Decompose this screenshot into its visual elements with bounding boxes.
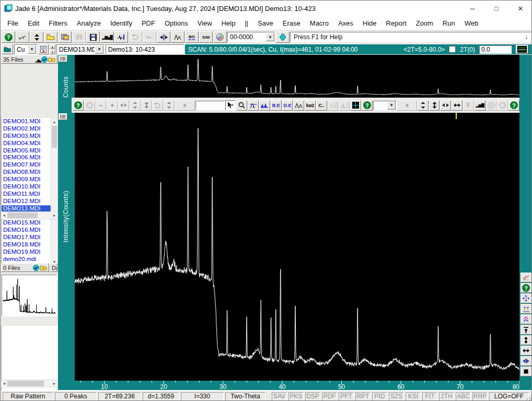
mode-flag-pid[interactable]: PID: [372, 392, 387, 401]
scroll-left-icon[interactable]: ◄: [1, 380, 7, 387]
close-button[interactable]: ✕: [508, 1, 532, 16]
file-item-demo04-mdi[interactable]: DEMO04.MDI: [2, 140, 51, 147]
help-button[interactable]: ?: [521, 283, 532, 293]
expand-horizontal-button[interactable]: [521, 346, 532, 356]
full-range-button[interactable]: [521, 367, 532, 376]
file-item-demo07-mdi[interactable]: DEMO07.MDI: [2, 161, 51, 169]
fit-background-button[interactable]: BG: [185, 31, 199, 43]
display-sticks-button[interactable]: ▂▅▇: [475, 100, 485, 111]
pattern-view-button[interactable]: ▂▆▄█: [100, 31, 114, 43]
split-horizontal-button[interactable]: [521, 356, 532, 366]
zoom-count-button[interactable]: 0: [175, 100, 195, 111]
mode-flag-pft[interactable]: PFT: [339, 392, 354, 401]
stretch-vertical-button[interactable]: [130, 100, 141, 111]
minimize-button[interactable]: ─: [460, 1, 484, 16]
menu-axes[interactable]: Axes: [333, 17, 358, 29]
profile-fit-button[interactable]: [259, 100, 270, 111]
mode-flag-dsp[interactable]: DSP: [305, 392, 320, 401]
current-file-combo[interactable]: DEMO13.MDI ▼: [56, 44, 105, 55]
mode-flag-pdf[interactable]: PDF: [322, 392, 337, 401]
file-folder-button[interactable]: [2, 44, 13, 54]
rescale-vertical-button[interactable]: [164, 100, 175, 111]
maximize-button[interactable]: □: [484, 1, 508, 16]
mode-flag-ksi[interactable]: KSI: [406, 392, 421, 401]
spinner-down-icon[interactable]: ▼: [50, 50, 55, 54]
smooth-data-button[interactable]: [114, 31, 128, 43]
report-button[interactable]: A: [38, 44, 49, 54]
menu-options[interactable]: Options: [160, 17, 193, 29]
zoom-out-button[interactable]: −: [96, 100, 107, 111]
menu-help[interactable]: Help: [217, 17, 240, 29]
pan-view-button[interactable]: [521, 293, 532, 303]
strip-kalpha2-button[interactable]: kα2: [305, 100, 316, 111]
overlay-pdf-button[interactable]: [486, 100, 497, 111]
file-list-header[interactable]: 35 Files ▂▆▄: [1, 55, 57, 64]
file-item-demo16-mdi[interactable]: DEMO16.MDI: [2, 227, 51, 234]
file-item-demo03-mdi[interactable]: DEMO03.MDI: [2, 133, 51, 140]
check-icon[interactable]: [33, 265, 39, 271]
chevron-down-icon[interactable]: ▼: [266, 33, 274, 41]
scale-overlay-v-button[interactable]: [429, 100, 440, 111]
overlay-list-header[interactable]: 0 Files: [1, 263, 49, 272]
offset-overlay-v-button[interactable]: [418, 100, 429, 111]
mode-flag-pks[interactable]: PKS: [288, 392, 304, 401]
chevron-down-icon[interactable]: ▼: [95, 45, 103, 54]
mode-flag-fit[interactable]: FIT: [422, 392, 437, 401]
scroll-left-icon[interactable]: ◄: [1, 212, 7, 219]
mode-flag-rpt[interactable]: RPT: [355, 392, 371, 401]
peak-scale-button[interactable]: [328, 100, 339, 111]
open-file-button[interactable]: [44, 31, 57, 43]
pattern-thumbnail[interactable]: [2, 275, 57, 316]
menu-analyze[interactable]: Analyze: [72, 17, 106, 29]
stack-overlays-button[interactable]: [521, 314, 532, 324]
histogram-icon[interactable]: ▂▆▄: [36, 56, 41, 63]
spinner-up-icon[interactable]: ▲: [50, 44, 55, 49]
file-item-demo01-mdi[interactable]: DEMO01.MDI: [2, 118, 51, 125]
overview-chart[interactable]: [75, 55, 519, 98]
scrollbar-thumb[interactable]: [7, 213, 38, 218]
file-list-vscrollbar[interactable]: ▲ ▼: [51, 118, 58, 266]
print-button[interactable]: [72, 31, 86, 43]
scrollbar-thumb[interactable]: [7, 381, 44, 386]
offset-overlay-h-button[interactable]: [440, 100, 451, 111]
magnifier-mode-button[interactable]: [236, 100, 247, 111]
file-item-demo09-mdi[interactable]: DEMO09.MDI: [2, 176, 51, 183]
folder-icon[interactable]: [48, 57, 55, 62]
stick-scale-button[interactable]: [339, 100, 350, 111]
raw-trace-button[interactable]: [143, 31, 156, 43]
menu-view[interactable]: View: [193, 17, 217, 29]
menu-file[interactable]: File: [3, 17, 23, 29]
overlay-count-button[interactable]: 0: [397, 100, 417, 111]
scroll-right-icon[interactable]: ►: [51, 212, 57, 219]
file-list-hscrollbar[interactable]: ◄ ►: [1, 211, 58, 219]
stretch-horizontal-button[interactable]: [118, 100, 129, 111]
scroll-up-icon[interactable]: ▲: [51, 119, 57, 125]
log-toggle[interactable]: LOG=OFF: [489, 392, 529, 401]
display-settings-button[interactable]: [516, 45, 528, 54]
help-3-button[interactable]: ?: [508, 100, 519, 111]
pdf-database-button[interactable]: [213, 31, 227, 43]
menu-save[interactable]: Save: [253, 17, 278, 29]
menu-identify[interactable]: Identify: [106, 17, 137, 29]
peak-editor-button[interactable]: [293, 100, 304, 111]
sort-files-button[interactable]: [30, 31, 43, 43]
panel-handle-main[interactable]: [59, 113, 67, 120]
thermal-run-button[interactable]: [16, 31, 29, 43]
calibration-button[interactable]: C..: [316, 100, 327, 111]
menu-report[interactable]: Report: [381, 17, 411, 29]
anode-combo[interactable]: Cu ▼: [14, 44, 37, 55]
expand-range-button[interactable]: [157, 31, 170, 43]
menu-macro[interactable]: Macro: [305, 17, 333, 29]
menu-hide[interactable]: Hide: [358, 17, 381, 29]
file-item-demo15-mdi[interactable]: DEMO15.MDI: [2, 219, 51, 227]
file-item-demo08-mdi[interactable]: DEMO08.MDI: [2, 169, 51, 176]
chevron-down-icon[interactable]: ▼: [28, 45, 36, 54]
menu-zoom[interactable]: Zoom: [411, 17, 438, 29]
scale-vertical-button[interactable]: [141, 100, 152, 111]
remove-overlay-button[interactable]: [497, 100, 508, 111]
phase-id-button[interactable]: [276, 31, 290, 43]
sample-id-input[interactable]: [106, 44, 184, 54]
offset-up-button[interactable]: [521, 304, 532, 314]
menu-run[interactable]: Run: [438, 17, 460, 29]
file-item-demo11-mdi[interactable]: DEMO11.MDI: [2, 191, 51, 198]
